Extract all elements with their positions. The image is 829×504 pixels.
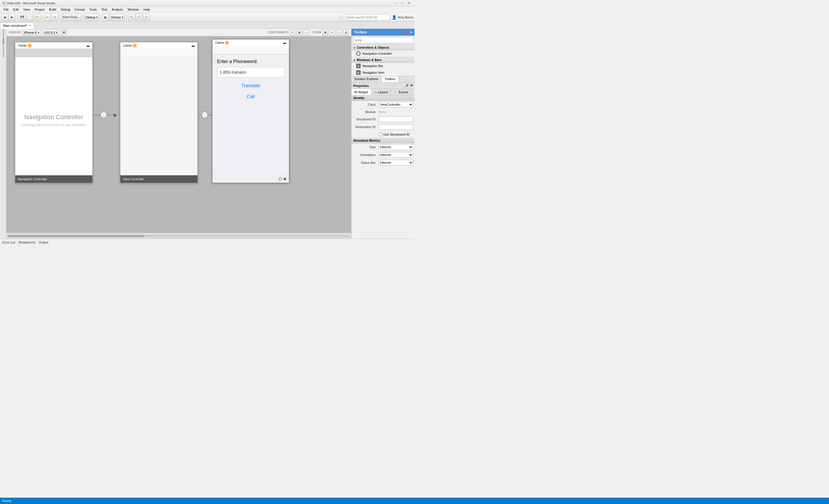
vc-carrier-text: Carrier: [123, 44, 132, 47]
vc-screen: Carrier 📶 ▬: [120, 42, 197, 183]
size-dropdown[interactable]: Inferred: [379, 144, 413, 150]
redo-button[interactable]: ↪: [51, 14, 58, 21]
toolbox-item-nav-controller[interactable]: Navigation Controller: [352, 50, 414, 57]
toolbox-item-nav-item[interactable]: ■ Navigation Item: [352, 69, 414, 76]
class-value[interactable]: ViewController: [377, 101, 414, 108]
zoom-reset-btn[interactable]: ◎: [343, 30, 349, 35]
device-size-dropdown[interactable]: iPhone 6: [23, 30, 41, 35]
menu-analyze[interactable]: Analyze: [109, 6, 125, 13]
identity-section-header[interactable]: Identity: [352, 95, 414, 101]
view-controller-frame[interactable]: Carrier 📶 ▬ View Controller: [120, 42, 198, 183]
svg-point-0: [357, 52, 360, 55]
ios-version-dropdown[interactable]: iOS 9.2: [43, 30, 59, 35]
toolbox-item-nav-bar[interactable]: ■ Navigation Bar: [352, 63, 414, 69]
tab-label: Main.storyboard*: [3, 24, 27, 27]
toolbox-close-button[interactable]: ✕: [410, 31, 412, 34]
undo-button[interactable]: ↩: [44, 14, 51, 21]
quick-launch-input[interactable]: [344, 14, 390, 21]
zoom-in-btn[interactable]: +: [329, 30, 335, 35]
storyboard-id-value[interactable]: [377, 115, 414, 123]
menu-format[interactable]: Format: [73, 6, 87, 13]
back-button[interactable]: ◀: [1, 14, 8, 21]
save-button[interactable]: 💾: [19, 14, 26, 21]
tools-btn1[interactable]: 🔧: [128, 14, 135, 21]
call-button[interactable]: Call: [217, 94, 284, 99]
menu-tools[interactable]: Tools: [87, 6, 99, 13]
use-storyboard-id-label: [352, 134, 377, 135]
toolbox-section-windows[interactable]: Windows & Bars: [352, 57, 414, 63]
forward-button[interactable]: ▶: [9, 14, 15, 21]
phoneword-input[interactable]: [217, 67, 284, 77]
minimize-button[interactable]: ─: [392, 0, 398, 6]
output-tab[interactable]: Output: [39, 241, 48, 244]
menu-file[interactable]: File: [1, 6, 11, 13]
debug-dropdown[interactable]: Debug: [84, 14, 99, 21]
orientation-value[interactable]: Inferred: [377, 151, 414, 158]
constraints-btn2[interactable]: ⊞: [296, 30, 302, 35]
restore-button[interactable]: □: [399, 0, 405, 6]
close-button[interactable]: ✕: [406, 0, 412, 6]
translate-button[interactable]: Translate: [217, 83, 284, 88]
prop-tab-widget[interactable]: W Widget: [352, 89, 371, 95]
nav-controller-frame[interactable]: Carrier 📶 ▬ Navigation Controller Ctrl+d…: [15, 42, 93, 183]
menu-build[interactable]: Build: [47, 6, 59, 13]
arrow-2-line-left: [199, 115, 202, 115]
open-button[interactable]: 📂: [34, 14, 41, 21]
new-file-button[interactable]: 📄: [26, 14, 33, 21]
menu-help[interactable]: Help: [141, 6, 152, 13]
status-bar-dropdown[interactable]: Inferred: [379, 160, 413, 166]
restoration-id-value[interactable]: [377, 123, 414, 131]
menu-project[interactable]: Project: [32, 6, 47, 13]
play-button[interactable]: ▶: [102, 14, 109, 21]
properties-close[interactable]: ✕: [410, 84, 413, 87]
aspect-icon[interactable]: ⊞: [61, 30, 67, 35]
canvas-scrollbar[interactable]: [6, 233, 351, 239]
breakpoints-tab[interactable]: Breakpoints: [19, 241, 35, 244]
phoneword-label: Enter a Phoneword:: [217, 59, 258, 64]
canvas-content[interactable]: Carrier 📶 ▬ Navigation Controller Ctrl+d…: [6, 36, 351, 233]
zoom-out-btn[interactable]: −: [336, 30, 342, 35]
menu-test[interactable]: Test: [99, 6, 109, 13]
properties-pin[interactable]: 📌: [405, 84, 409, 87]
nav-controller-item-label: Navigation Controller: [362, 52, 392, 55]
size-value[interactable]: Inferred: [377, 143, 414, 151]
status-bar-value[interactable]: Inferred: [377, 159, 414, 166]
menu-view[interactable]: View: [21, 6, 33, 13]
device-dropdown[interactable]: Device: [110, 14, 125, 21]
prop-tab-events[interactable]: ⚡ Events: [391, 89, 411, 95]
class-dropdown[interactable]: ViewController: [379, 102, 413, 107]
toolbox-tab[interactable]: Toolbox: [382, 76, 399, 82]
solution-explorer-tab[interactable]: Solution Explorer: [352, 76, 382, 82]
toolbox-section-controllers[interactable]: Controllers & Objects: [352, 45, 414, 50]
scrollbar-thumb[interactable]: [7, 235, 144, 237]
sidebar-document-outline[interactable]: Document Outline: [1, 42, 6, 53]
orientation-row: Orientation Inferred: [352, 151, 414, 159]
constraints-btn3[interactable]: ↔: [303, 30, 309, 35]
batch-build-button[interactable]: Batch Build...: [61, 14, 81, 21]
simulated-metrics-header[interactable]: Simulated Metrics: [352, 138, 414, 143]
constraints-btn1[interactable]: +: [290, 30, 295, 35]
main-layout: Server Explorer Document Outline VIEW AS…: [0, 29, 414, 239]
arrow-2: ⬡ ▶: [199, 112, 207, 118]
restoration-id-input[interactable]: [379, 124, 413, 130]
menu-window[interactable]: Window: [125, 6, 141, 13]
nav-controller-icon: [356, 51, 361, 56]
tools-btn2[interactable]: ⬡: [136, 14, 143, 21]
wifi-icon: 📶: [28, 44, 31, 47]
root-vc-frame[interactable]: Root View Controller Carrier 📶 ▬ Enter a…: [212, 39, 289, 183]
toolbox-pin-button[interactable]: 📌: [405, 31, 409, 34]
toolbox-search-input[interactable]: [353, 37, 413, 43]
tools-btn3[interactable]: ⬡: [143, 14, 150, 21]
zoom-fit-btn[interactable]: ⊞: [322, 30, 328, 35]
tab-close-button[interactable]: ✕: [29, 24, 31, 27]
root-nav-bar: [212, 46, 289, 55]
menu-edit[interactable]: Edit: [11, 6, 21, 13]
prop-tab-layout[interactable]: — Layout: [371, 89, 391, 95]
orientation-dropdown[interactable]: Inferred: [379, 152, 413, 158]
menu-debug[interactable]: Debug: [59, 6, 72, 13]
root-status-bar: Carrier 📶 ▬: [212, 39, 289, 46]
use-storyboard-id-checkbox[interactable]: [379, 133, 382, 136]
tab-main-storyboard[interactable]: Main.storyboard* ✕: [0, 23, 34, 29]
storyboard-id-input[interactable]: [379, 116, 413, 122]
error-list-tab[interactable]: Error List: [2, 241, 15, 244]
